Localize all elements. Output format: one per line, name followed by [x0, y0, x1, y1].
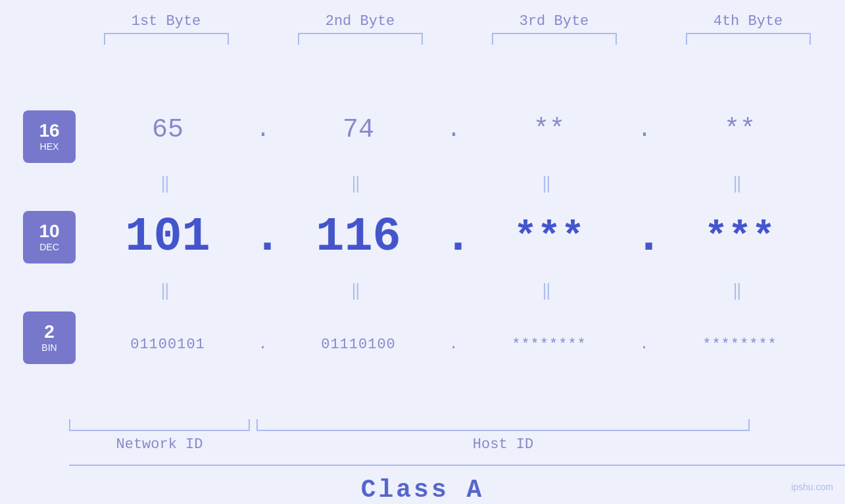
byte1-header: 1st Byte	[101, 13, 232, 30]
dec-byte2: 116	[293, 210, 424, 264]
byte-headers: 1st Byte 2nd Byte 3rd Byte 4th Byte	[69, 13, 845, 30]
class-a-label: Class A	[361, 476, 485, 504]
bin-row: 01100101 . 01110100 . ******** .	[92, 301, 815, 388]
bin-dot2: .	[444, 336, 464, 353]
network-id-label: Network ID	[69, 436, 250, 453]
host-id-label: Host ID	[256, 436, 750, 453]
dec-badge-label: DEC	[39, 242, 59, 252]
hex-dot3: .	[635, 116, 654, 143]
bracket-byte2	[298, 33, 423, 45]
sep1-byte3: ‖	[483, 174, 615, 193]
sep1-byte1: ‖	[102, 174, 233, 193]
network-bracket	[69, 419, 250, 431]
bin-dot3: .	[635, 336, 654, 353]
bin-byte2: 01110100	[293, 336, 424, 353]
byte3-header: 3rd Byte	[489, 13, 620, 30]
bin-byte3: ********	[483, 336, 615, 353]
watermark: ipshu.com	[791, 482, 833, 492]
sep2-byte1: ‖	[102, 281, 233, 300]
content-area: 16 HEX 10 DEC 2 BIN 65 .	[0, 58, 845, 417]
dec-byte1: 101	[102, 210, 233, 264]
hex-badge-label: HEX	[40, 141, 59, 152]
bin-dot1: .	[253, 336, 273, 353]
bin-byte4: ********	[674, 336, 806, 353]
dec-dot3: .	[635, 210, 654, 264]
byte4-header: 4th Byte	[683, 13, 814, 30]
bin-badge: 2 BIN	[23, 311, 76, 364]
sep1-byte4: ‖	[674, 174, 806, 193]
sep2-byte2: ‖	[293, 281, 424, 300]
bin-badge-label: BIN	[41, 342, 57, 353]
dec-byte3: ***	[483, 215, 615, 260]
dec-dot1: .	[253, 210, 273, 264]
hex-dot2: .	[444, 116, 464, 143]
host-bracket	[256, 419, 750, 431]
dec-badge-number: 10	[39, 222, 59, 241]
class-a-row: Class A	[0, 476, 845, 504]
main-container: 1st Byte 2nd Byte 3rd Byte 4th Byte 16 H…	[0, 0, 845, 504]
bin-badge-number: 2	[44, 323, 55, 341]
bracket-byte4	[686, 33, 811, 45]
separator1: ‖ ‖ ‖ ‖	[92, 173, 815, 193]
separator2: ‖ ‖ ‖ ‖	[92, 281, 815, 301]
hex-byte4: **	[674, 115, 806, 145]
hex-badge-number: 16	[39, 122, 59, 140]
bracket-byte3	[492, 33, 617, 45]
hex-byte2: 74	[293, 115, 424, 145]
badges-column: 16 HEX 10 DEC 2 BIN	[7, 86, 92, 388]
bracket-byte1	[104, 33, 229, 45]
hex-dot1: .	[253, 116, 273, 143]
sep2-byte4: ‖	[674, 281, 806, 300]
hex-byte1: 65	[102, 115, 233, 145]
hex-row: 65 . 74 . ** . **	[92, 86, 815, 173]
dec-row: 101 . 116 . *** . ***	[92, 193, 815, 281]
hex-byte3: **	[483, 115, 615, 145]
sep2-byte3: ‖	[483, 281, 615, 300]
bottom-labels-row: Network ID Host ID	[69, 436, 845, 453]
data-area: 65 . 74 . ** . **	[92, 86, 845, 388]
dec-dot2: .	[444, 210, 464, 264]
dec-badge: 10 DEC	[23, 211, 76, 263]
byte2-header: 2nd Byte	[295, 13, 426, 30]
top-brackets	[69, 33, 845, 45]
sep1-byte2: ‖	[293, 174, 424, 193]
dec-byte4: ***	[674, 215, 806, 260]
bottom-brackets-row	[69, 419, 845, 431]
hex-badge: 16 HEX	[23, 110, 76, 163]
bin-byte1: 01100101	[102, 336, 233, 353]
class-divider	[69, 465, 845, 466]
